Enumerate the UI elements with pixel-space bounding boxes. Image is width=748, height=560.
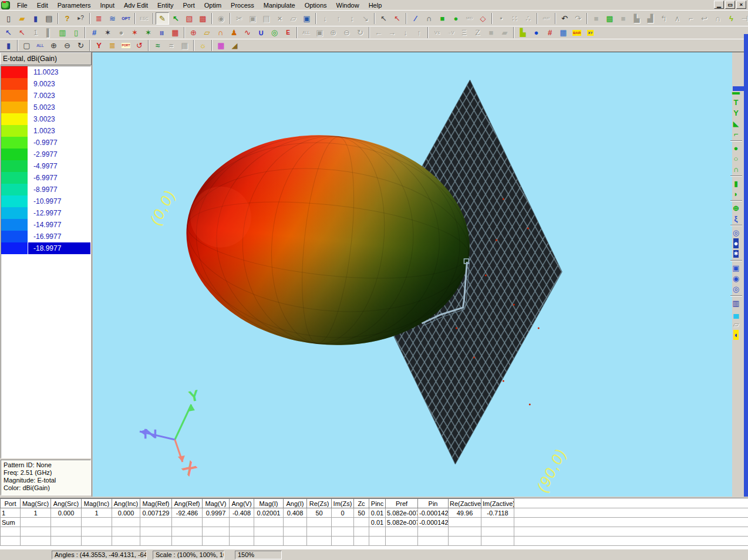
geom-ring-button[interactable]: ○ [730,153,743,164]
fit-view-button[interactable]: ▢ [20,39,33,52]
legend-entry[interactable]: -8.9977 [1,184,90,195]
axes-toggle-button[interactable]: Y [92,39,106,52]
minimize-button[interactable]: ▁ [714,1,724,9]
legend-entry[interactable]: -2.9977 [1,149,90,160]
gray-shift-button[interactable]: ▰ [498,26,511,39]
check-green-button[interactable]: ▩ [603,12,616,25]
legend-entry[interactable]: 7.0023 [1,90,90,102]
fill-color-button[interactable]: ◢ [228,39,241,52]
geom-bent-cylinder-button[interactable]: ◗ [730,188,743,199]
menu-adv-edit[interactable]: Adv Edit [119,1,153,10]
geom-square-spiral-button[interactable]: ▣ [730,262,743,273]
xy-chart-button[interactable]: XY [584,26,597,39]
legend-entry[interactable]: 5.0023 [1,102,90,113]
view-refresh-button[interactable]: ↻ [74,39,87,52]
layers-button[interactable]: ≋ [106,12,119,25]
window-red-button[interactable]: ▦ [169,26,182,39]
menu-port[interactable]: Port [178,1,200,10]
select-layer-button[interactable]: ↖ [15,26,29,39]
legend-entry[interactable]: 11.0023 [1,66,90,78]
geom-patch-button[interactable]: ● [730,143,743,153]
legend-entry[interactable]: -16.9977 [1,231,90,242]
menu-input[interactable]: Input [96,1,119,10]
window-1-button[interactable]: ▯ [69,26,83,39]
save-button[interactable]: ▮ [29,12,42,25]
draw-polygon-button[interactable]: ◇ [476,12,490,25]
draw-line-button[interactable]: ∕ [409,12,422,25]
rainbow-arc-button[interactable]: ∩ [214,26,227,39]
print-button[interactable]: ▤ [42,12,56,25]
rotate-view-button[interactable]: ↺ [133,39,146,52]
geom-round-spiral-button[interactable]: ◉ [730,273,743,284]
select-arrow-button[interactable]: ↖ [169,12,183,25]
geom-round-spiral2-button[interactable]: ◎ [730,284,743,294]
geom-circle-square-button[interactable]: ● [730,238,743,248]
note-button[interactable]: ▱ [200,26,214,39]
menu-options[interactable]: Options [300,1,332,10]
legend-entry[interactable]: 1.0023 [1,125,90,137]
3d-view[interactable]: (0,0) (90,0) Y Z X [93,52,732,497]
waves-colored-button[interactable]: ≈ [151,39,164,52]
menu-entity[interactable]: Entity [153,1,178,10]
draw-pencil-button[interactable]: ✎ [156,12,169,25]
legend-entry[interactable]: -0.9977 [1,137,90,149]
display-settings-button[interactable]: ▦ [214,39,228,52]
window-11-button[interactable]: ▥ [56,26,69,39]
geom-yellow-blue-button[interactable]: ◖ [730,329,743,340]
undo-button[interactable]: ↶ [558,12,571,25]
menu-edit[interactable]: Edit [32,1,53,10]
bar-chart-button[interactable]: BAR [570,26,584,39]
geom-star-square-button[interactable]: ✱ [730,248,743,259]
geom-spiral-button[interactable]: ◎ [730,227,743,238]
port-table-button[interactable]: PORT [119,39,133,52]
u-shape-button[interactable]: ∪ [254,26,268,39]
restore-button[interactable]: ▭ [725,1,735,9]
sphere-pattern-button[interactable]: ⊕ [187,26,200,39]
geom-cage-button[interactable]: ▥ [730,298,743,308]
geom-coil-button[interactable]: ξ [730,213,743,224]
meshing-button[interactable]: # [87,26,101,39]
pick-arrow-button[interactable]: ↖ [377,12,390,25]
metal-strips-button[interactable]: ≣ [92,12,106,25]
pick-vertex-button[interactable]: ↖ [390,12,404,25]
menu-help[interactable]: Help [364,1,387,10]
menu-manipulate[interactable]: Manipulate [259,1,300,10]
draw-arc-button[interactable]: ∩ [422,12,436,25]
close-button[interactable]: × [736,1,746,9]
select-rect-button[interactable]: ▧ [183,12,196,25]
legend-entry[interactable]: -14.9977 [1,219,90,231]
grid-colored-button[interactable]: # [543,26,557,39]
legend-entry[interactable]: 3.0023 [1,113,90,125]
geom-circle-plus-button[interactable]: ⊕ [730,203,743,213]
geom-arc-button[interactable]: ∩ [730,164,743,174]
bolt-button[interactable]: ϟ [725,12,738,25]
geom-bend-button[interactable]: ◣ [730,118,743,129]
blue-sphere-button[interactable]: ● [530,26,543,39]
geom-wave-pad-button[interactable]: ▄ [730,308,743,319]
corner-yellow-green-button[interactable]: ▙ [516,26,530,39]
help-button[interactable]: ? [60,12,74,25]
open-button[interactable]: ▰ [15,12,29,25]
menu-file[interactable]: File [12,1,32,10]
legend-entry[interactable]: -10.9977 [1,195,90,207]
e-plot-button[interactable]: E [281,26,295,39]
geom-wye-button[interactable]: Y [730,107,743,118]
geom-tee-button[interactable]: T [730,97,743,107]
run-color2-button[interactable]: ✶ [141,26,155,39]
menu-process[interactable]: Process [226,1,259,10]
legend-entry[interactable]: -12.9977 [1,207,90,219]
legend-entry[interactable]: -18.9977 [1,242,90,254]
view-all-button[interactable]: ALL [33,39,47,52]
legend-entry[interactable]: -6.9977 [1,172,90,184]
light-bulb-button[interactable]: ☼ [196,39,210,52]
context-help-button[interactable]: ▸? [74,12,87,25]
geom-cylinder-button[interactable]: ▮ [730,178,743,188]
squares-colored-button[interactable]: ▦ [557,26,570,39]
menu-optim[interactable]: Optim [200,1,226,10]
new-button[interactable]: ▯ [2,12,15,25]
menu-parameters[interactable]: Parameters [53,1,96,10]
run-color1-button[interactable]: ✶ [128,26,141,39]
legend-entry[interactable]: -4.9977 [1,160,90,172]
package-button[interactable]: ▣ [300,12,314,25]
draw-rect-button[interactable]: ■ [436,12,449,25]
